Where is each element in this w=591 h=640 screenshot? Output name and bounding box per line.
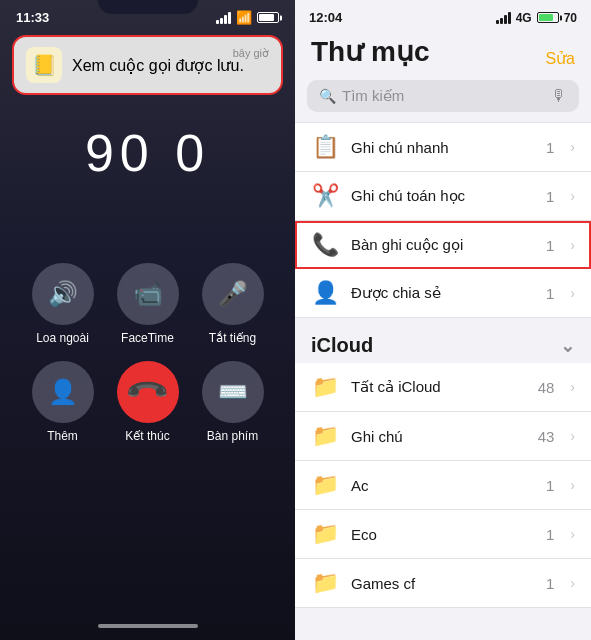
eco-icon: 📁: [311, 521, 339, 547]
folder-item-ghi-chu-toan-hoc[interactable]: ✂️ Ghi chú toán học 1 ›: [295, 172, 591, 221]
chevron-right-icon: ›: [570, 428, 575, 444]
home-indicator: [98, 624, 198, 628]
ghi-chu-nhanh-label: Ghi chú nhanh: [351, 139, 534, 156]
games-cf-count: 1: [546, 575, 554, 592]
folder-item-eco[interactable]: 📁 Eco 1 ›: [295, 510, 591, 559]
folder-item-ac[interactable]: 📁 Ac 1 ›: [295, 461, 591, 510]
chevron-right-icon: ›: [570, 379, 575, 395]
ghi-chu-toan-hoc-label: Ghi chú toán học: [351, 187, 534, 205]
them-label: Thêm: [47, 429, 78, 443]
right-time: 12:04: [309, 10, 342, 25]
right-network-label: 4G: [516, 11, 532, 25]
right-bottom-bar: [295, 628, 591, 640]
ghi-chu-nhanh-icon: 📋: [311, 134, 339, 160]
notif-app-icon: 📒: [26, 47, 62, 83]
ket-thuc-icon: 📞: [104, 348, 192, 436]
left-time: 11:33: [16, 10, 49, 25]
loa-ngoai-button[interactable]: 🔊 Loa ngoài: [32, 263, 94, 345]
them-icon: 👤: [32, 361, 94, 423]
ghi-chu-icloud-count: 43: [538, 428, 555, 445]
folder-item-ban-ghi-cuoc-goi[interactable]: 📞 Bàn ghi cuộc gọi 1 ›: [295, 221, 591, 269]
ac-label: Ac: [351, 477, 534, 494]
notification-banner[interactable]: 📒 Xem cuộc gọi được lưu. bây giờ: [12, 35, 283, 95]
eco-label: Eco: [351, 526, 534, 543]
ban-ghi-count: 1: [546, 237, 554, 254]
ban-phim-label: Bàn phím: [207, 429, 258, 443]
ban-phim-icon: ⌨️: [202, 361, 264, 423]
microphone-icon[interactable]: 🎙: [551, 87, 567, 105]
battery-icon: [257, 12, 279, 23]
ket-thuc-label: Kết thúc: [125, 429, 169, 443]
games-cf-icon: 📁: [311, 570, 339, 596]
loa-ngoai-icon: 🔊: [32, 263, 94, 325]
right-status-icons: 4G 70: [496, 11, 577, 25]
facetime-icon: 📹: [117, 263, 179, 325]
chevron-right-icon: ›: [570, 285, 575, 301]
folder-item-ghi-chu-nhanh[interactable]: 📋 Ghi chú nhanh 1 ›: [295, 122, 591, 172]
chevron-right-icon: ›: [570, 526, 575, 542]
ghi-chu-toan-hoc-count: 1: [546, 188, 554, 205]
duoc-chia-se-icon: 👤: [311, 280, 339, 306]
wifi-icon: 📶: [236, 10, 252, 25]
ban-ghi-icon: 📞: [311, 232, 339, 258]
tat-tieng-icon: 🎤: [202, 263, 264, 325]
chevron-right-icon: ›: [570, 139, 575, 155]
duoc-chia-se-label: Được chia sẻ: [351, 284, 534, 302]
icloud-label: iCloud: [311, 334, 373, 357]
right-signal-icon: [496, 12, 511, 24]
ban-ghi-label: Bàn ghi cuộc gọi: [351, 236, 534, 254]
right-battery-pct: 70: [564, 11, 577, 25]
right-status-bar: 12:04 4G 70: [295, 0, 591, 31]
loa-ngoai-label: Loa ngoài: [36, 331, 89, 345]
folders-list: 📋 Ghi chú nhanh 1 › ✂️ Ghi chú toán học …: [295, 122, 591, 628]
eco-count: 1: [546, 526, 554, 543]
duoc-chia-se-count: 1: [546, 285, 554, 302]
sua-button[interactable]: Sửa: [545, 49, 575, 68]
ghi-chu-toan-hoc-icon: ✂️: [311, 183, 339, 209]
them-button[interactable]: 👤 Thêm: [32, 361, 94, 443]
folder-item-games-cf[interactable]: 📁 Games cf 1 ›: [295, 559, 591, 608]
right-header: Thư mục Sửa: [295, 31, 591, 76]
search-placeholder: Tìm kiếm: [342, 87, 545, 105]
ghi-chu-nhanh-count: 1: [546, 139, 554, 156]
thu-muc-title: Thư mục: [311, 35, 429, 68]
games-cf-label: Games cf: [351, 575, 534, 592]
call-buttons-row1: 🔊 Loa ngoài 📹 FaceTime 🎤 Tắt tiếng: [0, 263, 295, 345]
tat-ca-icloud-label: Tất cả iCloud: [351, 378, 526, 396]
right-battery-icon: [537, 12, 559, 23]
left-panel: 11:33 📶 📒 Xem cuộc gọi được lưu. bây giờ…: [0, 0, 295, 640]
tat-ca-icloud-icon: 📁: [311, 374, 339, 400]
ban-phim-button[interactable]: ⌨️ Bàn phím: [202, 361, 264, 443]
notif-title: Xem cuộc gọi được lưu.: [72, 57, 244, 74]
notch: [98, 0, 198, 14]
tat-tieng-button[interactable]: 🎤 Tắt tiếng: [202, 263, 264, 345]
facetime-label: FaceTime: [121, 331, 174, 345]
tat-tieng-label: Tắt tiếng: [209, 331, 256, 345]
chevron-right-icon: ›: [570, 237, 575, 253]
signal-icon: [216, 12, 231, 24]
facetime-button[interactable]: 📹 FaceTime: [117, 263, 179, 345]
icloud-chevron-icon[interactable]: ⌄: [560, 335, 575, 357]
ac-count: 1: [546, 477, 554, 494]
ghi-chu-icloud-label: Ghi chú: [351, 428, 526, 445]
folder-item-ghi-chu-icloud[interactable]: 📁 Ghi chú 43 ›: [295, 412, 591, 461]
chevron-right-icon: ›: [570, 575, 575, 591]
call-number: 90 0: [0, 123, 295, 183]
folder-item-duoc-chia-se[interactable]: 👤 Được chia sẻ 1 ›: [295, 269, 591, 318]
folder-item-tat-ca-icloud[interactable]: 📁 Tất cả iCloud 48 ›: [295, 363, 591, 412]
chevron-right-icon: ›: [570, 477, 575, 493]
right-panel: 12:04 4G 70 Thư mục Sửa 🔍 Tìm kiếm 🎙 📋 G…: [295, 0, 591, 640]
chevron-right-icon: ›: [570, 188, 575, 204]
ket-thuc-button[interactable]: 📞 Kết thúc: [117, 361, 179, 443]
notif-time: bây giờ: [233, 47, 269, 60]
left-status-icons: 📶: [216, 10, 279, 25]
tat-ca-icloud-count: 48: [538, 379, 555, 396]
icloud-section-header: iCloud ⌄: [295, 318, 591, 363]
ac-icon: 📁: [311, 472, 339, 498]
ghi-chu-icloud-icon: 📁: [311, 423, 339, 449]
call-buttons-row2: 👤 Thêm 📞 Kết thúc ⌨️ Bàn phím: [0, 361, 295, 443]
search-bar[interactable]: 🔍 Tìm kiếm 🎙: [307, 80, 579, 112]
left-home-bar: [0, 624, 295, 628]
search-icon: 🔍: [319, 88, 336, 104]
